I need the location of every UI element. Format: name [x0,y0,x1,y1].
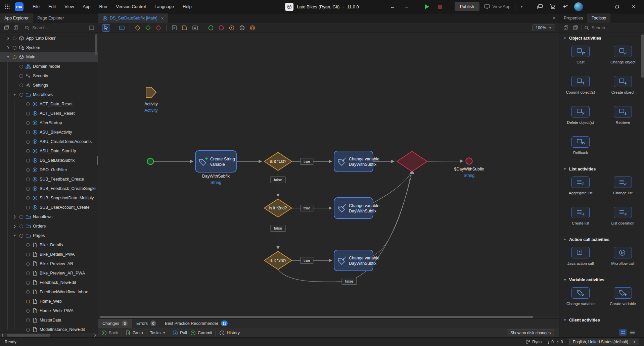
tab-overflow-caret-icon[interactable]: ▼ [552,16,559,20]
explorer-hscrollbar[interactable]: ❮❯ [0,333,98,337]
toolbox-item-microflow-call[interactable]: Microflow call [602,244,644,275]
error-event-tool[interactable] [228,24,236,32]
pull-button[interactable]: Pull [173,330,187,336]
flow-node-change-3[interactable]: Change variableDayWithSubfix [334,250,379,271]
tab-page-explorer[interactable]: Page Explorer [33,13,68,23]
annotation-tool[interactable]: a [170,24,178,32]
maximize-icon[interactable] [611,0,623,13]
tree-item-ds-setdatesubfix[interactable]: DS_SetDateSubfix [0,156,98,165]
toolbox-item-java-action-call[interactable]: JJava action call [559,244,602,275]
chevron-down-icon[interactable]: ▼ [12,93,17,96]
tab-toolbox[interactable]: Toolbox [587,13,610,23]
forward-icon[interactable]: → [402,3,412,10]
chevron-right-icon[interactable]: ❯ [5,37,11,40]
publish-button[interactable]: Publish [455,2,480,11]
toolbox-item-commit-object-s[interactable]: Commit object(s) [559,73,602,103]
ai-sparkles-icon[interactable] [561,3,569,11]
tree-item-feedback-newedit[interactable]: Feedback_NewEdit [0,278,98,287]
incoming-commits[interactable]: ↓ 0 [547,339,554,345]
decision-tool[interactable] [134,24,142,32]
go-to-button[interactable]: Go to [125,330,143,336]
pointer-tool[interactable] [102,24,110,32]
tree-item-system[interactable]: ❯System [0,43,98,52]
tree-item-asu-createdemoaccounts[interactable]: ASU_CreateDemoAccounts [0,137,98,146]
toolbox-item-change-object[interactable]: Change object [602,43,644,73]
tree-item-dso-getfilter[interactable]: DSO_GetFilter [0,165,98,175]
menu-view[interactable]: View [60,2,78,11]
locate-icon[interactable] [12,24,19,31]
tree-item-act-data-reset[interactable]: ACT_Data_Reset [0,99,98,109]
dock-tab-changes[interactable]: Changes3 [98,319,132,328]
back-button[interactable]: Back [101,330,118,336]
parameter-tool[interactable] [181,24,189,32]
toolbox-search-input[interactable]: Search... [584,26,641,30]
chevron-right-icon[interactable]: ❯ [5,46,11,49]
continue-event-tool[interactable] [238,24,246,32]
history-button[interactable]: History [219,330,240,336]
flow-node-change-1[interactable]: Change variableDayWithSubfix [334,151,379,172]
tasks-button[interactable]: Tasks▼ [150,331,166,335]
tree-item-microflows[interactable]: ▼Microflows [0,90,98,99]
tree-item-sub-feedback-createsingle[interactable]: SUB_Feedback_CreateSingle [0,184,98,193]
menu-language[interactable]: Language [150,2,178,11]
back-icon[interactable]: ← [388,3,398,10]
close-icon[interactable]: × [628,0,639,13]
tree-item-home-web[interactable]: Home_Web [0,297,98,306]
section-variable-activities[interactable]: ▼Variable activities [559,275,644,285]
tree-item-bike-preview-ar-pwa[interactable]: Bike_Preview_AR_PWA [0,268,98,278]
start-event-tool[interactable] [207,24,215,32]
section-object-activities[interactable]: ▼Object activities [559,33,644,43]
menu-run[interactable]: Run [95,2,111,11]
chevron-down-icon[interactable]: ▼ [12,234,17,237]
tree-item-pages[interactable]: ▼Pages [0,231,98,240]
stop-icon[interactable] [436,3,444,11]
feedback-icon[interactable] [536,3,544,11]
zoom-select[interactable]: 100%▼ [532,24,555,31]
menu-version-control[interactable]: Version Control [111,2,150,11]
tree-item-asu-bikeactivity[interactable]: ASU_BikeActivity [0,128,98,137]
tree-item-settings[interactable]: Settings [0,81,98,90]
toolbox-item-change-list[interactable]: Change list [602,174,644,204]
tree-item-sub-snapshotdata-multiply[interactable]: SUB_SnapshotData_Multiply [0,193,98,203]
list-view-icon[interactable] [629,329,636,336]
flow-node-decision-2[interactable]: is it *2nd? [264,199,292,217]
object-type-decision-tool[interactable] [154,24,163,32]
run-icon[interactable] [423,3,431,11]
tab-app-explorer[interactable]: App Explorer [0,13,33,23]
explorer-vscrollbar[interactable] [95,34,97,55]
flow-edge[interactable] [427,161,463,161]
menu-edit[interactable]: Edit [44,2,60,11]
tree-item-modelinstance-newedit[interactable]: ModelInstance_NewEdit [0,325,98,333]
loop-tool[interactable] [191,24,199,32]
menu-help[interactable]: Help [178,2,196,11]
grid-view-icon[interactable] [619,329,627,336]
tree-item-act-users-reset[interactable]: ACT_Users_Reset [0,109,98,118]
microflow-canvas[interactable]: DayWithSubfixStringCreate Stringvariable… [98,33,559,315]
document-tab[interactable]: DS_SetDateSubfix [Main] × [98,13,168,23]
collapse-all-icon[interactable] [562,24,569,31]
tree-item-nanoflows[interactable]: ❯Nanoflows [0,212,98,221]
git-branch-indicator[interactable]: Ryan [525,339,542,345]
toolbox-item-create-variable[interactable]: Create variable [602,285,644,315]
section-action-call-activities[interactable]: ▼Action call activities [559,234,644,244]
tree-item-security[interactable]: Security [0,71,98,81]
minimize-icon[interactable]: ─ [595,0,606,13]
toolbox-item-delete-object-s[interactable]: Delete object(s) [559,103,602,134]
chevron-down-icon[interactable]: ▼ [5,55,11,59]
tree-item-main[interactable]: ▼Main [0,52,98,62]
flow-edge[interactable] [373,175,411,256]
section-list-activities[interactable]: ▼List activities [559,164,644,174]
tree-item-sub-feedback-create[interactable]: SUB_Feedback_Create [0,175,98,184]
tree-item-afterstartup[interactable]: AfterStartup [0,118,98,128]
flow-node-change-2[interactable]: Change variableDayWithSubfix [334,198,379,218]
chevron-right-icon[interactable]: ❯ [12,225,17,228]
toolbox-item-aggregate-list[interactable]: ΣAggregate list [559,174,602,204]
tree-item-feedbackworkflow-inbox[interactable]: FeedbackWorkflow_Inbox [0,287,98,297]
outgoing-commits[interactable]: ↑ 0 [557,339,563,345]
flow-node-decision-3[interactable]: is it *3rd? [264,251,292,269]
section-client-activities[interactable]: ▼Client activities [559,315,644,325]
break-event-tool[interactable] [248,24,257,32]
flow-node-end[interactable] [466,158,472,164]
tree-item-asu-data-startup[interactable]: ASU_Data_StartUp [0,146,98,156]
grid-view-icon[interactable] [88,24,95,31]
